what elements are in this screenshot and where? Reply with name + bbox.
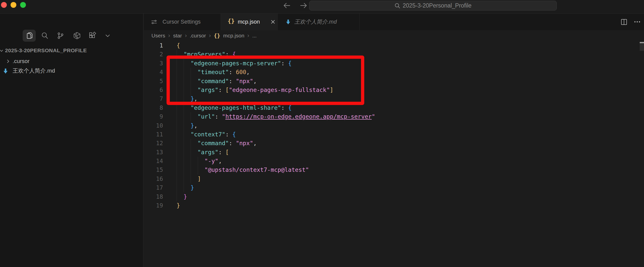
breadcrumb-separator: › [185,32,187,39]
explorer-icon[interactable] [23,30,36,42]
line-number: 19 [143,201,163,210]
line-number: 18 [143,192,163,201]
code-line[interactable]: 19} [143,201,644,210]
code-line[interactable]: 12 "command": "npx", [143,139,644,148]
breadcrumb: Users›star›.cursor›{}mcp.json›... [151,30,257,41]
tab-markdown-file[interactable]: 王欢个人简介.md [278,14,360,30]
code-text: }, [177,121,197,130]
folder-label: .cursor [13,58,29,65]
code-line[interactable]: 13 "args": [ [143,148,644,157]
sliders-icon [151,19,157,25]
traffic-light-maximize[interactable] [20,2,26,8]
markdown-arrow-icon [285,19,291,25]
code-line[interactable]: 17 } [143,183,644,192]
line-number: 3 [143,59,163,68]
code-line[interactable]: 9 "url": "https://mcp-on-edge.edgeone.ap… [143,112,644,121]
code-line[interactable]: 10 }, [143,121,644,130]
json-braces-icon: {} [228,18,235,24]
code-line[interactable]: 15 "@upstash/context7-mcp@latest" [143,166,644,174]
window-search-field[interactable]: 2025-3-20Personal_Profile [309,1,557,11]
line-number: 4 [143,68,163,77]
workspace-name: 2025-3-20PERSONAL_PROFILE [5,47,87,54]
scrollbar-thumb[interactable] [640,43,644,51]
tab-mcp-json[interactable]: {} mcp.json [221,14,278,30]
code-text: "command": "npx", [177,139,257,148]
breadcrumb-item[interactable]: .cursor [190,33,206,39]
sidebar-item-cursor-folder[interactable]: .cursor [0,57,143,66]
tab-label: Cursor Settings [163,19,201,25]
sidebar-item-markdown-file[interactable]: 王欢个人简介.md [0,66,143,76]
explorer-section-header[interactable]: 2025-3-20PERSONAL_PROFILE [0,47,143,54]
breadcrumb-separator: › [247,32,249,39]
line-number: 1 [143,41,163,50]
line-number: 7 [143,94,163,103]
code-line[interactable]: 11 "context7": { [143,130,644,139]
indent-guide [198,157,198,175]
search-sidebar-icon[interactable] [38,30,51,42]
markdown-arrow-icon [2,68,9,74]
cube-icon[interactable] [70,30,84,42]
line-number: 14 [143,157,163,166]
file-label: 王欢个人简介.md [13,67,55,75]
code-line[interactable]: 16 ] [143,175,644,183]
line-number: 2 [143,50,163,59]
window-title: 2025-3-20Personal_Profile [403,2,472,9]
breadcrumb-separator: › [209,32,211,39]
scrollbar-cursor-marker [640,42,644,43]
chevron-down-icon[interactable] [102,30,113,42]
sidebar: 2025-3-20PERSONAL_PROFILE .cursor 王欢个人简介… [0,14,143,267]
line-number: 5 [143,77,163,86]
tab-label: 王欢个人简介.md [294,18,337,26]
breadcrumb-separator: › [168,32,170,39]
line-number: 6 [143,86,163,94]
code-text: } [177,192,187,201]
code-text: } [177,183,194,192]
close-icon[interactable] [270,19,275,24]
breadcrumb-item[interactable]: Users [151,33,165,39]
tab-cursor-settings[interactable]: Cursor Settings [143,14,221,30]
tab-label: mcp.json [238,19,260,25]
code-line[interactable]: 1{ [143,41,644,50]
line-number: 17 [143,183,163,192]
annotation-rectangle [167,56,364,105]
editor-actions [621,14,640,30]
title-bar: 2025-3-20Personal_Profile [0,0,644,14]
line-number: 12 [143,139,163,148]
line-number: 9 [143,112,163,121]
indent-guide [191,139,191,183]
source-control-icon[interactable] [54,30,67,42]
code-text: "args": [ [177,148,229,157]
json-icon: {} [214,33,220,39]
back-arrow-icon[interactable] [282,2,292,10]
tab-bar: Cursor Settings {} mcp.json 王欢个人简介.md [143,14,644,30]
code-line[interactable]: 14 "-y", [143,157,644,166]
breadcrumb-item[interactable]: star [173,33,182,39]
code-text: "@upstash/context7-mcp@latest" [177,166,309,174]
line-number: 16 [143,175,163,183]
traffic-light-minimize[interactable] [11,2,16,8]
breadcrumb-item[interactable]: ... [252,33,257,39]
forward-arrow-icon[interactable] [298,2,308,10]
line-number: 13 [143,148,163,157]
line-number: 11 [143,130,163,139]
search-icon [394,3,400,9]
code-text: { [177,41,180,50]
folder-chevron-right-icon [6,59,11,64]
code-text: "url": "https://mcp-on-edge.edgeone.app/… [177,112,375,121]
code-text: ] [177,175,201,183]
line-number: 8 [143,103,163,112]
extensions-icon[interactable] [86,30,99,42]
section-chevron-icon [0,48,4,53]
traffic-light-close[interactable] [1,2,7,8]
code-line[interactable]: 18 } [143,192,644,201]
line-number: 15 [143,166,163,174]
indent-guide [191,112,191,121]
code-text: "-y", [177,157,222,166]
breadcrumb-item[interactable]: mcp.json [223,33,244,39]
more-actions-icon[interactable] [634,21,640,23]
line-number: 10 [143,121,163,130]
code-text: "context7": { [177,130,236,139]
code-text: } [177,201,180,210]
split-editor-icon[interactable] [621,19,627,25]
